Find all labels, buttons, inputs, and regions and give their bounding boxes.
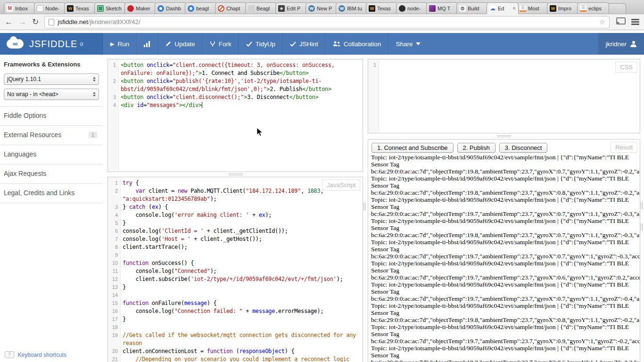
tab-label: node- [407,6,425,11]
tab-label: Edit P [287,6,305,11]
browser-tab[interactable]: Ed× [487,2,519,14]
browser-tab[interactable]: MQ T [426,2,458,14]
css-editor-panel[interactable]: CSS 1 [368,59,640,133]
browser-tab[interactable]: eclips [577,2,609,14]
browser-tab[interactable]: Impro [547,2,579,14]
tab-label: Texas [377,6,395,11]
new-tab-stub[interactable] [607,3,626,14]
stats-button[interactable] [136,33,158,55]
sidebar-item-label: Fiddle Options [4,112,46,119]
message-line: Topic: iot-2/type/iotsample-ti-bbst/id/9… [371,196,640,203]
doc-icon [37,5,43,12]
publish-button[interactable]: 2. Publish [457,143,495,153]
horizontal-resize-handle[interactable] [497,135,511,138]
html-editor-panel[interactable]: 1<button onclick="client.connect({timeou… [107,59,363,172]
message-line: bc:6a:29:0:0:ac:ac:7d","objectTemp":19.8… [371,189,640,196]
browser-tab[interactable]: IBM tu [336,2,368,14]
browser-tab[interactable]: Maker [124,2,157,14]
vertical-resize-handle[interactable] [641,202,644,209]
sheets-icon [97,5,104,12]
message-line: bc:6a:29:0:0:ac:ac:7d","objectTemp":19.7… [371,295,640,302]
vertical-resize-handle[interactable] [363,203,367,210]
jsfiddle-icon [489,5,496,12]
jsfiddle-logo[interactable]: JSFIDDLE α [0,33,103,55]
user-menu[interactable]: jkridner [598,33,644,55]
sidebar-item-legal[interactable]: Legal, Credits and Links [0,184,103,197]
refresh-icon[interactable]: ↻ [32,18,39,26]
code-line: 13} [108,283,363,291]
collaboration-button[interactable]: Collaboration [325,33,388,55]
message-line: Sensor Tag [371,182,640,189]
url-bar[interactable]: jsfiddle.net /jkridner/a9XXf/42/ ☆ [44,16,610,28]
fork-button[interactable]: Fork [202,33,239,55]
browser-tab[interactable]: Node- [34,2,66,14]
code-line: 4 console.log('error making client: ' + … [108,211,363,219]
disconnect-button[interactable]: 3. Disconnect [499,143,548,153]
sidebar-item-fiddle-options[interactable]: Fiddle Options [0,107,103,119]
sidebar-item-external-resources[interactable]: External Resources 1 [0,126,103,139]
bookmark-star-icon[interactable]: ☆ [599,18,605,26]
code-line: 4<div id="messages"></div> [108,101,363,109]
tab-label: Ed [498,6,512,11]
message-line: Sensor Tag [371,203,640,210]
text-caret [202,102,202,108]
message-line: Topic: iot-2/type/iotsample-ti-bbst/id/9… [371,239,640,246]
js-editor-panel[interactable]: JavaScript 1try {2 var client = new Paho… [107,177,363,362]
browser-tab[interactable]: node- [396,2,428,14]
forward-icon[interactable]: → [18,18,26,26]
browser-tab[interactable]: Inbox [4,2,36,14]
jshint-button[interactable]: JSHint [282,33,325,55]
menu-icon[interactable] [631,18,639,26]
star-dark-icon [278,5,285,12]
browser-tab[interactable]: Dashb [155,2,187,14]
vertical-resize-handle[interactable] [641,223,644,231]
browser-tab[interactable]: Beagl [245,2,277,14]
sidebar-item-languages[interactable]: Languages [0,145,103,158]
html-code: 1<button onclick="client.connect({timeou… [108,59,363,109]
back-icon[interactable]: ← [5,18,13,26]
wrap-select[interactable]: No wrap - in <head> [4,89,99,100]
bar-chart-icon [144,41,151,47]
browser-tab[interactable]: Build [456,2,488,14]
share-button[interactable]: Share [388,33,428,55]
sidebar-item-ajax-requests[interactable]: Ajax Requests [0,165,103,177]
browser-tab[interactable]: beagl [185,2,217,14]
page-icon [49,19,54,25]
message-line: bc:6a:29:0:0:ac:ac:7d","objectTemp":19.8… [371,231,640,239]
cast-icon[interactable] [616,17,626,27]
check-icon [246,41,252,47]
update-label: Update [174,41,195,48]
framework-select[interactable]: jQuery 1.10.1 [4,74,99,85]
message-line: bc:6a:29:0:0:ac:ac:7d","objectTemp":19.7… [371,253,640,260]
wordpress-icon [339,5,345,12]
message-line: bc:6a:29:0:0:ac:ac:7d","objectTemp":19.7… [371,274,640,281]
update-button[interactable]: Update [158,33,202,55]
browser-tab[interactable]: Texas [366,2,398,14]
browser-tab[interactable]: New P [305,2,338,14]
browser-tab[interactable]: Texas [64,2,96,14]
keyboard-shortcuts-link[interactable]: ? Keyboard shortcuts [5,351,66,358]
mqtt-messages: Topic: iot-2/type/iotsample-ti-bbst/id/9… [371,154,640,362]
line-number-gutter [368,59,379,133]
connect-subscribe-button[interactable]: 1. Connect and Subscribe [372,143,454,153]
message-line: Sensor Tag [371,267,640,274]
jsfiddle-cloud-icon [7,39,24,49]
browser-tab[interactable]: Most [517,2,549,14]
browser-tab[interactable]: Sketch [94,2,126,14]
tidyup-button[interactable]: TidyUp [239,33,282,55]
horizontal-resize-handle[interactable] [229,173,243,176]
tab-label: Dashb [166,6,184,11]
tab-close-icon[interactable]: × [512,6,516,11]
code-line: 1<button onclick="client.connect({timeou… [108,61,363,77]
fork-label: Fork [219,41,231,48]
check-icon [290,41,296,47]
browser-tab-strip: InboxNode-TexasSketchMakerDashbbeaglChap… [0,0,644,14]
people-icon [333,41,340,47]
browser-tab[interactable]: Edit P [275,2,307,14]
message-line: Topic: iot-2/type/iotsample-ti-bbst/id/9… [371,323,640,330]
message-line: Sensor Tag [371,288,640,295]
github-icon [399,5,405,12]
play-icon: ▶ [110,41,114,47]
run-button[interactable]: ▶ Run [103,33,136,55]
browser-tab[interactable]: Chapt [215,2,247,14]
